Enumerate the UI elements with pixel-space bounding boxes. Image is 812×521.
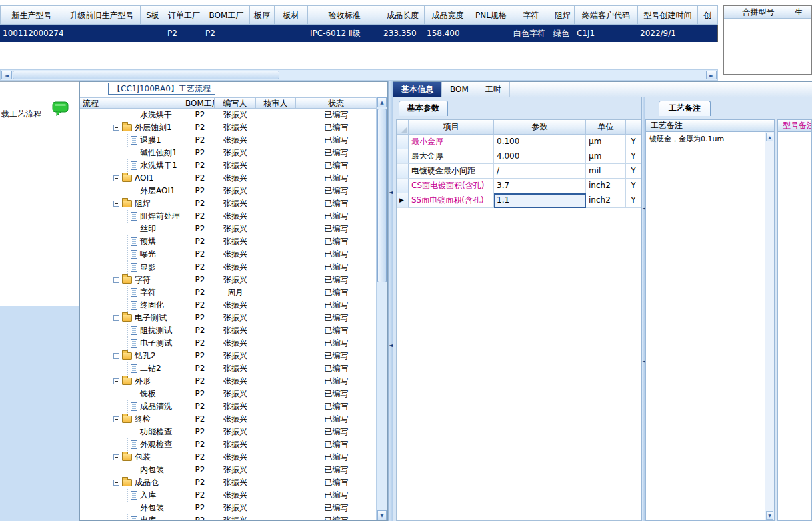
model-grid-cell[interactable]: [63, 25, 140, 42]
param-value-cell[interactable]: 4.000: [494, 149, 586, 164]
flow-node-cell[interactable]: 外层蚀刻1: [80, 121, 185, 134]
model-grid-cell[interactable]: C1J1: [574, 25, 637, 42]
splitter-collapse-icon[interactable]: ◄: [642, 359, 645, 364]
model-grid-column-header[interactable]: S板: [140, 5, 165, 25]
model-grid-column-header[interactable]: PNL规格: [471, 5, 511, 25]
flow-status-cell[interactable]: 已编写: [296, 375, 377, 388]
model-grid-cell[interactable]: P2: [165, 25, 203, 42]
flow-node-cell[interactable]: 外形: [80, 375, 185, 388]
flow-bom-factory-cell[interactable]: P2: [185, 223, 215, 235]
flow-bom-factory-cell[interactable]: P2: [185, 299, 215, 312]
flag-column-header[interactable]: [626, 120, 641, 135]
flow-writer-cell[interactable]: 张振兴: [215, 299, 256, 312]
model-grid-column-header[interactable]: 型号创建时间: [637, 5, 697, 25]
flow-status-cell[interactable]: 已编写: [296, 210, 377, 223]
chat-bubble-icon[interactable]: [52, 101, 70, 119]
model-grid-cell[interactable]: [249, 25, 274, 42]
detail-tab[interactable]: 基本信息: [393, 82, 442, 97]
flow-auditor-cell[interactable]: [256, 261, 296, 274]
flow-node-cell[interactable]: 外包装: [80, 502, 185, 514]
writer-column-header[interactable]: 编写人: [215, 97, 256, 109]
flow-tree-row[interactable]: 外层AOI1 P2 张振兴 已编写: [80, 185, 377, 197]
flow-tree-row[interactable]: 内包装 P2 张振兴 已编写: [80, 464, 377, 476]
flow-bom-factory-cell[interactable]: P2: [185, 476, 215, 489]
model-grid-cell[interactable]: [274, 25, 307, 42]
param-row[interactable]: CS面电镀面积(含孔) 3.7 inch2 Y: [397, 179, 641, 193]
param-value-cell[interactable]: 3.7: [494, 179, 586, 193]
tree-collapse-icon[interactable]: [113, 353, 119, 359]
flow-status-cell[interactable]: 已编写: [296, 464, 377, 476]
scroll-right-icon[interactable]: ►: [706, 71, 717, 79]
model-grid-cell[interactable]: [140, 25, 165, 42]
flow-status-cell[interactable]: 已编写: [296, 438, 377, 451]
flow-status-cell[interactable]: 已编写: [296, 476, 377, 489]
flow-writer-cell[interactable]: 张振兴: [215, 172, 256, 185]
flow-status-cell[interactable]: 已编写: [296, 502, 377, 514]
model-grid-cell[interactable]: 白色字符: [511, 25, 551, 42]
splitter-collapse-icon[interactable]: ◄: [642, 206, 645, 211]
flow-status-cell[interactable]: 已编写: [296, 134, 377, 147]
model-grid-cell[interactable]: IPC-6012 Ⅱ级: [307, 25, 381, 42]
scroll-down-icon[interactable]: ▼: [766, 511, 773, 520]
flow-writer-cell[interactable]: 张振兴: [215, 223, 256, 235]
flow-status-cell[interactable]: 已编写: [296, 274, 377, 286]
flow-writer-cell[interactable]: 张振兴: [215, 210, 256, 223]
flow-node-cell[interactable]: AOI1: [80, 172, 185, 185]
flow-bom-factory-cell[interactable]: P2: [185, 489, 215, 502]
scroll-left-icon[interactable]: ◄: [1, 71, 12, 79]
flow-auditor-cell[interactable]: [256, 223, 296, 235]
model-grid-cell[interactable]: 158.400: [424, 25, 471, 42]
flow-status-cell[interactable]: 已编写: [296, 400, 377, 413]
status-column-header[interactable]: 状态: [296, 97, 377, 109]
flow-node-cell[interactable]: 外层AOI1: [80, 185, 185, 197]
flow-tree-row[interactable]: 预烘 P2 张振兴 已编写: [80, 235, 377, 248]
flow-auditor-cell[interactable]: [256, 197, 296, 210]
flow-auditor-cell[interactable]: [256, 147, 296, 159]
flow-node-cell[interactable]: 曝光: [80, 248, 185, 261]
flow-tree-row[interactable]: 阻焊 P2 张振兴 已编写: [80, 197, 377, 210]
param-unit-cell[interactable]: μm: [586, 135, 626, 149]
merge-grid-column-header[interactable]: 合拼型号: [724, 6, 793, 19]
model-grid-column-header[interactable]: 成品宽度: [424, 5, 471, 25]
flow-writer-cell[interactable]: 张振兴: [215, 350, 256, 362]
flow-node-cell[interactable]: 终检: [80, 413, 185, 426]
tree-collapse-icon[interactable]: [113, 201, 119, 207]
flow-bom-factory-cell[interactable]: P2: [185, 185, 215, 197]
model-grid-column-header[interactable]: 升级前旧生产型号: [63, 5, 140, 25]
flow-node-cell[interactable]: 包装: [80, 451, 185, 464]
flow-node-cell[interactable]: 退膜1: [80, 134, 185, 147]
model-grid-column-header[interactable]: 成品长度: [381, 5, 424, 25]
param-row[interactable]: 最大金厚 4.000 μm Y: [397, 149, 641, 164]
model-grid-cell[interactable]: P2: [203, 25, 249, 42]
flow-writer-cell[interactable]: 张振兴: [215, 261, 256, 274]
flow-auditor-cell[interactable]: [256, 324, 296, 337]
flow-status-cell[interactable]: 已编写: [296, 362, 377, 375]
flow-writer-cell[interactable]: 张振兴: [215, 134, 256, 147]
flow-bom-factory-cell[interactable]: P2: [185, 375, 215, 388]
flow-tree-row[interactable]: 外包装 P2 张振兴 已编写: [80, 502, 377, 514]
process-notes-textarea[interactable]: 镀硬金，金厚为0.1um ▲ ▼: [645, 131, 775, 521]
flow-node-cell[interactable]: 成品清洗: [80, 400, 185, 413]
tree-collapse-icon[interactable]: [113, 454, 119, 460]
param-value-cell[interactable]: 0.100: [494, 135, 586, 149]
flow-auditor-cell[interactable]: [256, 134, 296, 147]
flow-tree-row[interactable]: 字符 P2 周月 已编写: [80, 286, 377, 299]
basic-params-subtab[interactable]: 基本参数: [399, 101, 448, 116]
flow-node-cell[interactable]: 丝印: [80, 223, 185, 235]
tree-collapse-icon[interactable]: [113, 277, 119, 283]
flow-bom-factory-cell[interactable]: P2: [185, 121, 215, 134]
flow-bom-factory-cell[interactable]: P2: [185, 362, 215, 375]
flow-writer-cell[interactable]: 张振兴: [215, 502, 256, 514]
flow-tree-row[interactable]: 入库 P2 张振兴 已编写: [80, 489, 377, 502]
flow-bom-factory-cell[interactable]: P2: [185, 286, 215, 299]
tree-collapse-icon[interactable]: [113, 315, 119, 321]
flow-auditor-cell[interactable]: [256, 286, 296, 299]
flow-writer-cell[interactable]: 张振兴: [215, 400, 256, 413]
flow-node-cell[interactable]: 显影: [80, 261, 185, 274]
model-grid-column-header[interactable]: 阻焊: [551, 5, 574, 25]
flow-node-cell[interactable]: 功能检查: [80, 426, 185, 438]
flow-auditor-cell[interactable]: [256, 375, 296, 388]
flow-node-cell[interactable]: 电子测试: [80, 337, 185, 350]
flow-node-cell[interactable]: 字符: [80, 274, 185, 286]
flow-status-cell[interactable]: 已编写: [296, 350, 377, 362]
